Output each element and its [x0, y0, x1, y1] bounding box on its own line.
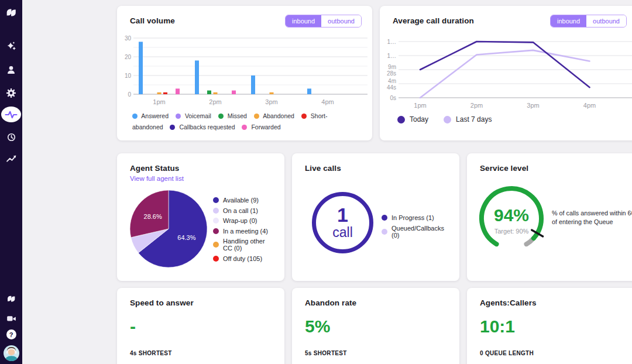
- agent-status-pie-chart: 64.3%28.6%: [128, 188, 209, 270]
- service-level-value: 94%: [475, 205, 548, 225]
- legend-item[interactable]: Available (9): [213, 197, 272, 204]
- legend-dot: [382, 215, 387, 221]
- legend-item[interactable]: In a meeting (4): [213, 228, 272, 235]
- svg-text:20: 20: [125, 54, 132, 60]
- call-volume-bar-chart: 01020301pm2pm3pm4pm: [122, 33, 372, 109]
- legend-dot: [213, 218, 219, 224]
- legend-item[interactable]: Queued/Callbacks (0): [382, 225, 446, 239]
- dialpad-logo[interactable]: [0, 7, 22, 18]
- svg-text:1…: 1…: [387, 39, 396, 45]
- legend-item[interactable]: Abandoned: [263, 112, 294, 119]
- legend-item[interactable]: Off duty (105): [213, 255, 272, 262]
- sidebar-item-trends[interactable]: [0, 153, 22, 166]
- abandon-rate-value: 5%: [305, 317, 446, 336]
- direction-toggle: inbound outbound: [285, 15, 362, 28]
- legend-item[interactable]: Answered: [141, 112, 169, 119]
- inbound-toggle-button[interactable]: inbound: [286, 15, 321, 27]
- svg-text:0: 0: [128, 91, 131, 98]
- svg-text:1pm: 1pm: [153, 98, 165, 105]
- svg-text:2pm: 2pm: [209, 98, 221, 105]
- service-level-note: % of calls answered within 60s of enteri…: [552, 209, 632, 226]
- service-level-gauge: 94% Target: 90%: [475, 181, 552, 260]
- legend-item[interactable]: Callbacks requested: [179, 123, 235, 131]
- sidebar-item-settings[interactable]: [0, 87, 22, 99]
- live-calls-ring: 1 call: [312, 192, 373, 253]
- sidebar-item-contacts[interactable]: [0, 64, 22, 77]
- card-title: Service level: [480, 164, 624, 173]
- legend-dot: [382, 229, 387, 235]
- outbound-toggle-button[interactable]: outbound: [321, 15, 361, 27]
- svg-text:4pm: 4pm: [583, 102, 596, 109]
- legend-dot[interactable]: [218, 114, 224, 119]
- legend-dot: [444, 116, 451, 123]
- pulse-heartbeat-icon: [4, 109, 19, 120]
- legend-item[interactable]: Forwarded: [251, 123, 280, 131]
- sidebar-item-ai[interactable]: [0, 40, 22, 53]
- agent-status-card: Agent Status View full agent list 64.3%2…: [117, 153, 284, 281]
- legend-label: Off duty (105): [223, 255, 262, 262]
- settings-gear-icon: [5, 87, 18, 99]
- sidebar: ?: [0, 0, 22, 364]
- live-calls-card: Live calls 1 call In Progress (1)Queued/…: [292, 153, 459, 281]
- legend-item[interactable]: Last 7 days: [444, 115, 492, 123]
- live-calls-legend: In Progress (1)Queued/Callbacks (0): [382, 214, 446, 242]
- card-title: Abandon rate: [305, 298, 446, 307]
- inbound-toggle-button[interactable]: inbound: [551, 15, 586, 27]
- ai-sparkles-icon: [5, 40, 18, 53]
- sidebar-item-video[interactable]: [0, 313, 22, 324]
- legend-item[interactable]: Handling other CC (0): [213, 238, 272, 252]
- avg-duration-legend: TodayLast 7 days: [397, 115, 624, 123]
- legend-dot[interactable]: [176, 114, 181, 119]
- agents-callers-sub: 0 QUEUE LENGTH: [480, 350, 624, 356]
- svg-text:4m: 4m: [388, 78, 396, 84]
- legend-item[interactable]: On a call (1): [213, 207, 272, 214]
- legend-label: Today: [410, 115, 428, 123]
- svg-text:28s: 28s: [387, 70, 396, 77]
- sidebar-item-history[interactable]: [0, 131, 22, 143]
- legend-item[interactable]: Today: [397, 115, 428, 123]
- svg-text:44s: 44s: [387, 84, 396, 91]
- call-volume-legend: Answered Voicemail Missed Abandoned Shor…: [132, 111, 363, 133]
- legend-dot[interactable]: [170, 125, 175, 130]
- agents-callers-value: 10:1: [480, 317, 624, 336]
- legend-item[interactable]: Wrap-up (0): [213, 217, 272, 224]
- sidebar-item-help[interactable]: ?: [0, 329, 22, 339]
- legend-dot: [213, 256, 219, 262]
- outbound-toggle-button[interactable]: outbound: [586, 15, 626, 27]
- sidebar-item-analytics-active[interactable]: [1, 107, 21, 122]
- svg-text:0s: 0s: [390, 95, 396, 101]
- agents-callers-card: Agents:Callers 10:1 0 QUEUE LENGTH: [467, 288, 632, 364]
- view-full-agent-list-link[interactable]: View full agent list: [130, 175, 272, 182]
- service-level-body: 94% Target: 90% % of calls answered with…: [480, 173, 624, 272]
- legend-item[interactable]: Voicemail: [185, 112, 211, 119]
- svg-text:30: 30: [125, 35, 132, 42]
- legend-label: On a call (1): [223, 207, 258, 214]
- legend-dot[interactable]: [301, 114, 307, 119]
- legend-dot[interactable]: [254, 114, 259, 119]
- legend-dot[interactable]: [132, 114, 138, 119]
- video-camera-icon: [5, 313, 18, 324]
- avatar-image: [4, 345, 19, 361]
- card-title: Speed to answer: [130, 298, 272, 307]
- svg-text:64.3%: 64.3%: [177, 234, 195, 241]
- svg-text:2pm: 2pm: [470, 102, 483, 109]
- service-level-card: Service level 94% Target: 90% % of calls…: [467, 153, 632, 281]
- svg-text:28.6%: 28.6%: [144, 213, 162, 220]
- dialpad-badge[interactable]: [0, 294, 22, 303]
- legend-item[interactable]: Missed: [228, 112, 247, 119]
- legend-label: Handling other CC (0): [223, 238, 272, 252]
- service-level-target: Target: 90%: [475, 228, 548, 235]
- legend-label: Last 7 days: [456, 115, 492, 123]
- abandon-rate-card: Abandon rate 5% 5s SHORTEST: [292, 288, 459, 364]
- legend-dot[interactable]: [242, 125, 247, 130]
- avg-call-duration-card: Average call duration inbound outbound 0…: [380, 6, 632, 140]
- user-avatar[interactable]: [0, 345, 22, 361]
- agent-status-body: 64.3%28.6% Available (9)On a call (1)Wra…: [130, 182, 272, 270]
- speed-to-answer-sub: 4s SHORTEST: [130, 350, 272, 356]
- legend-dot: [397, 116, 405, 123]
- legend-label: Wrap-up (0): [223, 217, 257, 224]
- legend-item[interactable]: In Progress (1): [382, 214, 446, 221]
- card-title: Agents:Callers: [480, 298, 624, 307]
- svg-text:3pm: 3pm: [265, 98, 277, 105]
- dialpad-badge-icon: [6, 294, 16, 303]
